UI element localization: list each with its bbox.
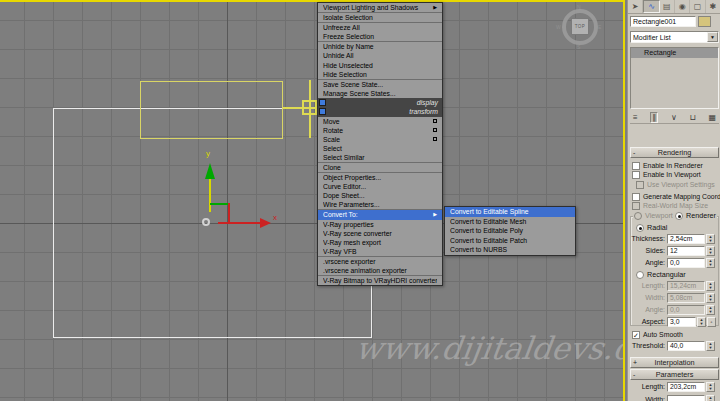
radio-button[interactable] [636,271,644,279]
submenu-item-convert-nurbs[interactable]: Convert to NURBS [445,245,575,255]
menu-item-vray-vfb[interactable]: V-Ray VFB [318,247,442,256]
menu-item-hide-selection[interactable]: Hide Selection [318,70,442,79]
menu-item-isolate-selection[interactable]: Isolate Selection [318,13,442,22]
configure-modifier-sets-icon[interactable]: ▦ [708,113,716,122]
aspect-input[interactable]: 3,0 [667,317,696,327]
auto-smooth-checkbox[interactable]: ✓Auto Smooth [632,330,683,339]
submenu-item-convert-editable-poly[interactable]: Convert to Editable Poly [445,226,575,236]
menu-item-freeze-selection[interactable]: Freeze Selection [318,32,442,41]
modify-tab-icon[interactable]: ∿ [643,0,659,13]
submenu-item-convert-editable-mesh[interactable]: Convert to Editable Mesh [445,217,575,227]
spinner[interactable]: ▲▼ [706,234,715,244]
spinner[interactable]: ▲▼ [706,258,715,268]
gizmo-xy-plane-handle-red[interactable] [228,203,230,224]
threshold-input[interactable]: 40,0 [667,341,705,351]
quad-header-display[interactable]: display [318,98,442,107]
menu-item-dope-sheet[interactable]: Dope Sheet... [318,191,442,200]
menu-item-vray-scene-converter[interactable]: V-Ray scene converter [318,229,442,238]
menu-item-clone[interactable]: Clone [318,163,442,172]
modifier-list-dropdown[interactable]: Modifier List ▼ [630,31,719,43]
menu-item-vray-mesh-export[interactable]: V-Ray mesh export [318,238,442,247]
radio-button[interactable] [675,212,683,220]
menu-item-unfreeze-all[interactable]: Unfreeze All [318,23,442,32]
motion-tab-icon[interactable]: ◉ [675,0,690,13]
rendering-rollout-header[interactable]: -Rendering [630,147,719,158]
menu-item-vray-properties[interactable]: V-Ray properties [318,220,442,229]
spinner-down-icon[interactable]: ▼ [709,387,713,391]
quad-header-transform[interactable]: transform [318,107,442,116]
thickness-input[interactable]: 2,54cm [667,234,705,244]
selected-rectangle-spline[interactable] [140,81,283,139]
settings-box-icon[interactable] [433,128,437,132]
menu-item-move[interactable]: Move [318,117,442,126]
spinner-down-icon[interactable]: ▼ [709,239,713,243]
checkbox[interactable] [632,162,640,170]
angle-input[interactable]: 0,0 [667,258,705,268]
menu-item-unhide-all[interactable]: Unhide All [318,51,442,60]
gizmo-x-shaft[interactable] [218,222,260,224]
menu-item-vrscene-animation-exporter[interactable]: .vrscene animation exporter [318,266,442,275]
gizmo-y-shaft[interactable] [209,179,211,212]
aspect-lock-button[interactable]: ▫ [707,317,716,327]
renderer-radio[interactable]: Renderer [674,211,717,220]
menu-item-object-properties[interactable]: Object Properties... [318,173,442,182]
generate-mapping-coords-checkbox[interactable]: Generate Mapping Coords. [632,192,720,201]
settings-box-icon[interactable] [433,137,437,141]
enable-in-renderer-checkbox[interactable]: Enable In Renderer [632,161,703,170]
settings-box-icon[interactable] [433,119,437,123]
menu-item-viewport-lighting-and-shadows[interactable]: Viewport Lighting and Shadows▶ [318,3,442,12]
menu-item-hide-unselected[interactable]: Hide Unselected [318,61,442,70]
viewcube[interactable]: N S W E TOP [558,5,602,49]
remove-modifier-icon[interactable]: ⊔ [690,113,696,122]
menu-item-unhide-by-name[interactable]: Unhide by Name [318,42,442,51]
menu-item-rotate[interactable]: Rotate [318,126,442,135]
menu-item-select[interactable]: Select [318,144,442,153]
enable-in-viewport-checkbox[interactable]: Enable In Viewport [632,170,701,179]
radial-radio[interactable]: Radial [635,223,668,232]
chevron-down-icon[interactable]: ▼ [707,32,718,42]
menu-item-save-scene-state[interactable]: Save Scene State... [318,80,442,89]
create-tab-icon[interactable]: ➤ [628,0,643,13]
spinner[interactable]: ▲▼ [706,382,715,392]
spinner-down-icon[interactable]: ▼ [700,322,704,326]
top-viewport[interactable]: y x N S W E TOP www.dijitaldevs.c [0,0,625,401]
viewcube-top-face[interactable]: TOP [571,18,589,35]
sides-input[interactable]: 12 [667,246,705,256]
object-name-input[interactable]: Rectangle001 [630,16,696,27]
modifier-stack-item-rectangle[interactable]: Rectangle [631,48,718,58]
spinner[interactable]: ▲▼ [706,341,715,351]
spinner-down-icon[interactable]: ▼ [709,346,713,350]
hierarchy-tab-icon[interactable]: ▤ [660,0,675,13]
menu-item-curve-editor[interactable]: Curve Editor... [318,182,442,191]
show-end-result-icon[interactable]: ∥ [650,112,658,123]
menu-item-vray-bitmap-converter[interactable]: V-Ray Bitmap to VRayHDRI converter [318,276,442,285]
interpolation-rollout-header[interactable]: +Interpolation [630,357,719,368]
checkbox[interactable] [632,171,640,179]
modifier-stack[interactable]: Rectangle [630,47,719,109]
submenu-item-convert-editable-patch[interactable]: Convert to Editable Patch [445,236,575,246]
menu-item-select-similar[interactable]: Select Similar [318,153,442,162]
menu-item-convert-to[interactable]: Convert To:▶ [318,210,442,219]
radio-button[interactable] [636,224,644,232]
parameters-length-input[interactable]: 203,2cm [667,382,705,392]
submenu-item-convert-editable-spline[interactable]: Convert to Editable Spline [445,207,575,217]
menu-item-scale[interactable]: Scale [318,135,442,144]
parameters-width-input[interactable] [667,395,705,401]
utilities-tab-icon[interactable]: ✱ [706,0,720,13]
make-unique-icon[interactable]: ∨ [671,113,677,122]
checkbox-checked[interactable]: ✓ [632,331,640,339]
spinner-down-icon[interactable]: ▼ [709,263,713,267]
display-tab-icon[interactable]: ▢ [690,0,705,13]
parameters-rollout-header[interactable]: -Parameters [630,369,719,380]
checkbox[interactable] [632,193,640,201]
spinner[interactable]: ▲▼ [706,246,715,256]
rectangular-radio[interactable]: Rectangular [635,270,687,279]
object-color-swatch[interactable] [698,16,711,27]
gizmo-y-arrow-icon[interactable] [205,163,215,179]
menu-item-wire-parameters[interactable]: Wire Parameters... [318,200,442,209]
spinner[interactable]: ▲▼ [697,317,706,327]
gizmo-x-arrow-icon[interactable] [260,218,271,228]
pin-stack-icon[interactable]: ≡ [633,113,638,122]
spinner[interactable]: ▲▼ [706,395,715,401]
menu-item-manage-scene-states[interactable]: Manage Scene States... [318,89,442,98]
